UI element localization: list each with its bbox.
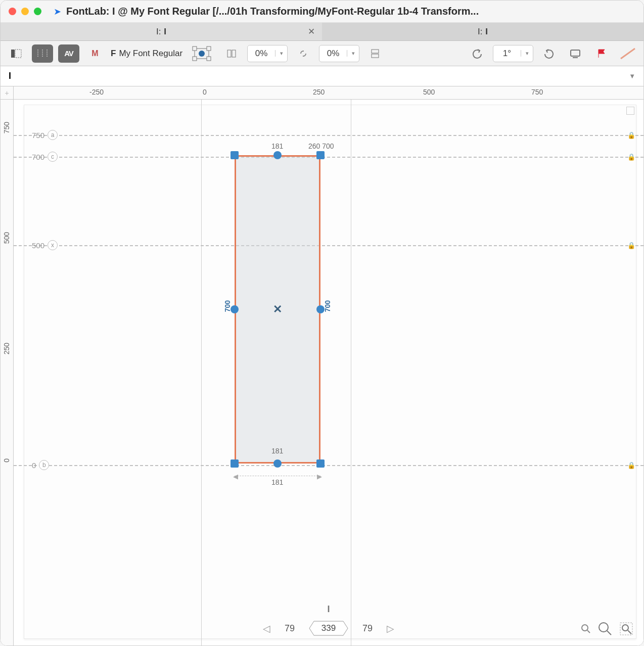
flag-button[interactable] [591,44,612,63]
lock-icon[interactable]: 🔒 [627,131,635,139]
glyph-shape[interactable]: ✕ 181 260 700 700 700 181 [235,155,320,464]
dim-bot-width-below: 181 [271,478,283,486]
svg-rect-17 [372,54,379,58]
cursor-icon: ➤ [54,6,61,17]
dim-left-height: 700 [223,300,232,312]
kerning-button[interactable]: AV [58,44,79,63]
tab-strip: I: I ✕ I: I [1,23,643,41]
zoom-out-button[interactable] [581,624,591,634]
lsb-value[interactable]: 79 [285,623,295,634]
center-cross-icon[interactable]: ✕ [273,303,282,316]
svg-rect-15 [232,50,236,57]
corner-node[interactable] [231,459,239,468]
traffic-close-icon[interactable] [9,8,16,15]
tab-glyph-1[interactable]: I: I ✕ [1,23,322,40]
rotate-ccw-button[interactable] [467,44,488,63]
font-selector[interactable]: F My Font Regular [111,49,182,59]
ruler-tick: 250 [3,343,11,354]
svg-line-22 [587,630,590,633]
advance-width[interactable]: 339 [309,621,348,636]
slant-h-value: 0% [248,49,275,59]
toolbar: AV M F My Font Regular 0% ▾ 0% ▾ 1° ▾ [1,41,643,66]
rotate-field[interactable]: 1° ▾ [493,45,533,62]
ruler-tick: 0 [3,458,11,463]
ruler-tick: 250 [313,88,325,96]
lock-icon[interactable]: 🔒 [627,153,635,161]
rsb-value[interactable]: 79 [362,623,373,634]
baseline-guide[interactable] [14,465,643,466]
capheight-guide[interactable] [14,157,643,158]
tab-label: I: [478,27,482,37]
guide-label: 500x [32,240,58,250]
line-tool-button[interactable] [617,44,638,63]
title-bar: ➤ FontLab: I @ My Font Regular [/.../01h… [1,1,643,23]
guide-label: 0b [32,460,49,470]
corner-node[interactable] [231,151,239,159]
svg-point-23 [599,623,608,632]
guides-button[interactable] [32,44,53,63]
ruler-vertical[interactable]: 750 500 250 0 [1,100,14,646]
flip-v-button[interactable] [364,44,386,63]
close-icon[interactable]: ✕ [308,26,315,37]
slant-h-field[interactable]: 0% ▾ [247,45,288,62]
svg-rect-7 [193,57,197,61]
glyph-canvas[interactable]: 750a 🔒 700c 🔒 500x 🔒 0b 🔒 ✕ 181 260 700 … [14,100,643,646]
metrics-label: M [91,49,98,58]
svg-rect-6 [207,47,211,51]
flip-h-button[interactable] [221,44,242,63]
ruler-tick: 750 [3,122,11,133]
left-sidebearing-line[interactable] [201,100,202,646]
tab-glyph-2[interactable]: I: I [322,23,643,40]
chevron-down-icon[interactable]: ▾ [275,50,287,57]
glyph-name-marker: I [327,604,330,615]
svg-rect-8 [207,57,211,61]
slant-v-field[interactable]: 0% ▾ [319,45,359,62]
mid-node[interactable] [273,151,282,159]
svg-point-9 [199,51,205,57]
corner-node[interactable] [316,151,325,159]
ruler-origin[interactable]: + [1,86,14,100]
mid-node[interactable] [273,459,282,468]
preview-text-bar: ▼ [1,66,643,86]
zoom-in-button[interactable] [598,622,612,636]
svg-rect-18 [571,50,580,56]
sidebar-toggle-icon[interactable] [6,44,27,63]
tab-glyph-name: I [164,27,166,37]
artboard [24,105,636,639]
svg-line-24 [607,631,611,635]
screen-button[interactable] [565,44,586,63]
corner-node[interactable] [316,459,325,468]
link-button[interactable] [293,44,314,63]
svg-rect-16 [372,50,379,53]
prev-glyph-button[interactable]: ◁ [263,623,270,634]
preview-text-input[interactable] [6,68,626,84]
mid-node[interactable] [231,305,239,313]
metrics-button[interactable]: M [84,44,106,63]
svg-rect-5 [193,47,197,51]
guide-label: 750a [32,130,58,140]
dim-top-width: 181 [271,142,283,150]
chevron-down-icon[interactable]: ▾ [347,50,359,57]
corner-widget[interactable] [626,107,634,115]
chevron-down-icon[interactable]: ▼ [626,69,638,83]
lock-icon[interactable]: 🔒 [627,242,635,249]
transform-origin-button[interactable] [188,44,216,63]
lock-icon[interactable]: 🔒 [627,462,635,469]
traffic-max-icon[interactable] [34,8,41,15]
dim-top-right: 260 700 [308,142,334,150]
xheight-guide[interactable] [14,245,643,246]
zoom-fit-button[interactable] [619,622,633,636]
next-glyph-button[interactable]: ▷ [387,623,394,634]
dim-bot-width-above: 181 [271,447,283,455]
width-dimension: ◀▶ 181 [235,471,320,481]
right-sidebearing-line[interactable] [351,100,351,646]
window-title: FontLab: I @ My Font Regular [/.../01h T… [66,6,635,17]
traffic-min-icon[interactable] [21,8,29,15]
tab-glyph-name: I [485,27,488,37]
ruler-tick: 500 [423,88,435,96]
chevron-down-icon[interactable]: ▾ [521,50,533,57]
rotate-cw-button[interactable] [538,44,560,63]
metrics-bar: ◁ 79 339 79 ▷ [14,621,643,636]
ruler-horizontal[interactable]: -250 0 250 500 750 [14,86,643,100]
ascender-guide[interactable] [14,135,643,136]
